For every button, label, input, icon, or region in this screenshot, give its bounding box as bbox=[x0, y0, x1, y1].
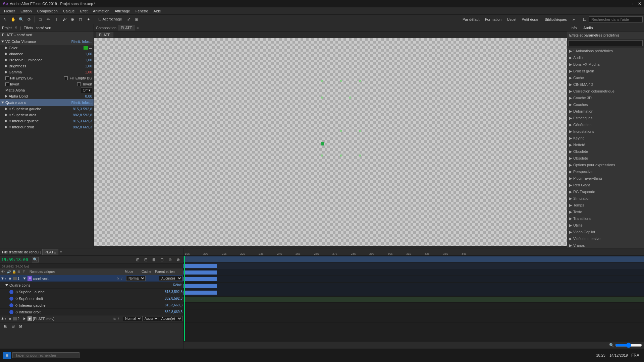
tl-btn2[interactable]: ⊟ bbox=[142, 256, 150, 263]
menu-animation[interactable]: Animation bbox=[90, 8, 112, 14]
menu-fichier[interactable]: Fichier bbox=[1, 8, 18, 14]
brightness-value[interactable]: 1,00 bbox=[85, 64, 92, 68]
menu-edition[interactable]: Edition bbox=[18, 8, 35, 14]
sd-val-tl[interactable]: 882,8,592,8 bbox=[165, 297, 182, 300]
layer-solo-1[interactable]: ◉ bbox=[9, 277, 13, 280]
section-perspective[interactable]: ▶ Perspective bbox=[567, 168, 644, 175]
maximize-btn[interactable]: □ bbox=[633, 1, 635, 6]
section-couche3d[interactable]: ▶ Couche 3D bbox=[567, 95, 644, 101]
fill-empty-checkbox[interactable] bbox=[5, 76, 9, 80]
window-controls[interactable]: ─ □ ✕ bbox=[627, 1, 641, 6]
section-vranos[interactable]: ▶ Vranos bbox=[567, 242, 644, 249]
alpha-bond-value[interactable]: 0,00 bbox=[85, 94, 92, 98]
section-temps[interactable]: ▶ Temps bbox=[567, 202, 644, 208]
section-keying[interactable]: ▶ Keying bbox=[567, 135, 644, 141]
composition-viewer[interactable] bbox=[94, 38, 567, 246]
layer-row-1[interactable]: 👁 ♪ ◉ 1 ☰ carré vert fx / Normal Aucun(e… bbox=[0, 275, 183, 282]
plate-tab[interactable]: PLATE bbox=[96, 32, 113, 38]
sg-val-tl[interactable]: 815,3,592,8 bbox=[165, 290, 182, 294]
tl-btn4[interactable]: ⊡ bbox=[158, 256, 166, 263]
eraser-tool[interactable]: ◻ bbox=[77, 16, 84, 23]
section-cache[interactable]: ▶ Cache bbox=[567, 74, 644, 81]
layer-audio-1[interactable]: ♪ bbox=[5, 277, 9, 280]
section-cinema4d[interactable]: ▶ CINEMA 4D bbox=[567, 81, 644, 88]
grid-btn[interactable]: ⊞ bbox=[133, 16, 141, 23]
id-keyframe-1[interactable] bbox=[9, 310, 13, 314]
par-defaut-btn[interactable]: Par défaut bbox=[460, 16, 482, 22]
section-animations[interactable]: ▶ * Animations prédéfinies bbox=[567, 48, 644, 54]
section-plugin-everything[interactable]: ▶ Plugin Everything bbox=[567, 175, 644, 182]
formation-btn[interactable]: Formation bbox=[483, 16, 504, 22]
start-btn[interactable]: ⊞ bbox=[3, 352, 11, 359]
menu-calque[interactable]: Calque bbox=[60, 8, 77, 14]
pen-tool[interactable]: ✏ bbox=[45, 16, 52, 23]
sd-value[interactable]: 882,8 592,8 bbox=[73, 113, 92, 117]
tl-zoom-in[interactable]: 🔍 bbox=[608, 342, 615, 349]
tab-info[interactable]: Info bbox=[567, 25, 580, 31]
text-tool[interactable]: T bbox=[53, 16, 60, 23]
tl-btn3[interactable]: ⊠ bbox=[150, 256, 158, 263]
section-video-copilot[interactable]: ▶ Vidéo Copilot bbox=[567, 229, 644, 235]
vc-reset[interactable]: Réinit. bbox=[71, 40, 81, 44]
section-video-immersive[interactable]: ▶ Vidéo immersive bbox=[567, 235, 644, 242]
plate-tl-tab[interactable]: PLATE bbox=[42, 249, 58, 255]
layer-eye-2[interactable]: 👁 bbox=[1, 317, 5, 321]
id-value[interactable]: 882,8 669,3 bbox=[73, 125, 92, 129]
preserve-lum-value[interactable]: 1,00 bbox=[85, 58, 92, 62]
section-obsolete2[interactable]: ▶ Obsolète bbox=[567, 155, 644, 162]
menu-aide[interactable]: Aide bbox=[151, 8, 164, 14]
menu-effet[interactable]: Effet bbox=[77, 8, 90, 14]
section-couches[interactable]: ▶ Couches bbox=[567, 101, 644, 108]
qc-reset[interactable]: Réinit. bbox=[71, 101, 81, 105]
id-val-tl[interactable]: 882,8,669,3 bbox=[165, 310, 182, 314]
tl-btn1[interactable]: ⊞ bbox=[134, 256, 142, 263]
tl-btn6[interactable]: ⊗ bbox=[174, 256, 182, 263]
tl-zoom-slider[interactable] bbox=[615, 344, 642, 347]
accrochange-btn[interactable]: ☐ Accrochage bbox=[96, 16, 124, 22]
vibrance-value[interactable]: 1,00 bbox=[85, 52, 92, 56]
tl-footer-btn2[interactable]: ⊟ bbox=[9, 322, 17, 330]
layer-solo-2[interactable]: ◉ bbox=[9, 317, 13, 320]
more-workspaces-btn[interactable]: » bbox=[570, 16, 577, 23]
hand-tool[interactable]: ✋ bbox=[9, 16, 17, 23]
tl-footer-btn3[interactable]: ⊠ bbox=[17, 322, 24, 330]
select-tool[interactable]: ↖ bbox=[1, 16, 9, 23]
expand-btn[interactable]: ⤢ bbox=[125, 16, 132, 23]
section-esthetiques[interactable]: ▶ Esthétiques bbox=[567, 115, 644, 121]
layer-parent-2[interactable]: Aucun(e) bbox=[159, 316, 182, 321]
section-rg-trapcode[interactable]: ▶ RG Trapcode bbox=[567, 188, 644, 195]
invert-checkbox2[interactable] bbox=[77, 82, 81, 86]
tl-time-display[interactable]: 19:59:18:00 bbox=[1, 257, 28, 262]
ig-value[interactable]: 815,3 669,3 bbox=[73, 119, 92, 123]
layer-row-2[interactable]: 👁 ♪ ◉ 2 ▶ [PLATE.mov] fx / Normal Aucun(… bbox=[0, 315, 183, 322]
section-obsolete1[interactable]: ▶ Obsolète bbox=[567, 148, 644, 155]
comp-menu-icon[interactable]: ≡ bbox=[137, 26, 139, 30]
preset-search-input[interactable] bbox=[569, 40, 643, 46]
tab-audio[interactable]: Audio bbox=[580, 25, 596, 31]
bibliotheques-btn[interactable]: Bibliothèques bbox=[542, 16, 569, 22]
tl-menu-icon[interactable]: ≡ bbox=[60, 250, 62, 254]
section-simulation[interactable]: ▶ Simulation bbox=[567, 195, 644, 202]
minimize-btn[interactable]: ─ bbox=[627, 1, 630, 6]
section-correction[interactable]: ▶ Correction colorimétrique bbox=[567, 88, 644, 95]
petit-ecran-btn[interactable]: Petit écran bbox=[519, 16, 542, 22]
ig-val-tl[interactable]: 815,3,669,3 bbox=[165, 303, 182, 307]
rect-tool[interactable]: □ bbox=[37, 16, 44, 23]
section-generation[interactable]: ▶ Génération bbox=[567, 121, 644, 128]
sd-keyframe-1[interactable] bbox=[9, 297, 13, 301]
vc-info[interactable]: Infos... bbox=[82, 40, 92, 44]
panel-close[interactable]: ✕ bbox=[14, 25, 17, 30]
rotate-tool[interactable]: ⟳ bbox=[25, 16, 33, 23]
section-red-giant[interactable]: ▶ Red Giant bbox=[567, 182, 644, 188]
layer-audio-2[interactable]: ♪ bbox=[5, 317, 9, 320]
brush-tool[interactable]: 🖌 bbox=[61, 16, 68, 23]
matte-alpha-dropdown[interactable]: Off ▾ bbox=[81, 87, 92, 93]
color-swatch[interactable] bbox=[84, 46, 88, 50]
section-utilite[interactable]: ▶ Utilité bbox=[567, 222, 644, 229]
gamma-value[interactable]: 1,00 bbox=[85, 70, 92, 74]
sg-keyframe-1[interactable] bbox=[9, 290, 13, 294]
section-options-expressions[interactable]: ▶ Options pour expressions bbox=[567, 162, 644, 168]
qc-info[interactable]: Infos... bbox=[82, 101, 92, 105]
comp-tab[interactable]: PLATE bbox=[118, 25, 135, 31]
close-btn[interactable]: ✕ bbox=[638, 1, 641, 6]
